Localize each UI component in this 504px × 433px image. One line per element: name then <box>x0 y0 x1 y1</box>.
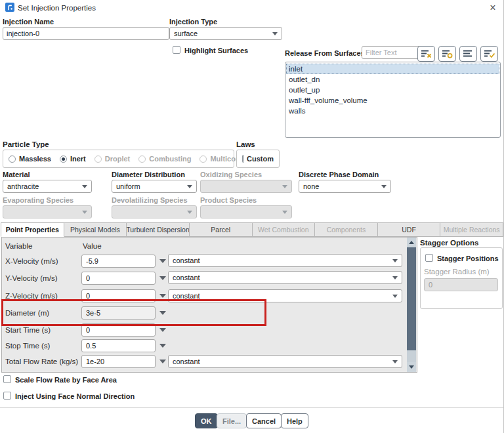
file-button[interactable]: File... <box>217 413 247 428</box>
x-velocity-profile-select[interactable]: constant <box>168 254 402 267</box>
list-item[interactable]: outlet_up <box>286 85 499 95</box>
x-velocity-field[interactable]: -5.9 <box>81 255 156 268</box>
list-item[interactable]: walls <box>286 106 499 116</box>
chevron-down-icon <box>187 211 192 214</box>
select-all-button[interactable] <box>480 46 498 62</box>
custom-laws-checkbox[interactable] <box>242 155 244 163</box>
tab-bar: Point Properties Physical Models Turbule… <box>1 222 503 237</box>
scroll-up-icon <box>409 241 414 244</box>
inject-face-normal-label: Inject Using Face Normal Direction <box>15 392 135 400</box>
tab-parcel[interactable]: Parcel <box>190 222 253 237</box>
scale-flow-rate-checkbox[interactable] <box>3 375 11 383</box>
y-velocity-field[interactable]: 0 <box>81 272 156 285</box>
total-flow-rate-profile-select[interactable]: constant <box>168 355 402 368</box>
y-velocity-profile-select[interactable]: constant <box>168 271 402 284</box>
deselect-all-button[interactable] <box>417 46 435 62</box>
list-item[interactable]: inlet <box>286 64 499 74</box>
z-velocity-dropdown-arrow-icon[interactable] <box>159 294 166 298</box>
scroll-down-button[interactable] <box>407 362 416 372</box>
y-velocity-label: Y-Velocity (m/s) <box>5 274 57 282</box>
list-item[interactable]: wall-fff_volume_volume <box>286 95 499 106</box>
radio-icon <box>94 155 102 163</box>
x-velocity-dropdown-arrow-icon[interactable] <box>159 259 166 263</box>
tab-components: Components <box>315 222 378 237</box>
set-injection-properties-dialog: Set Injection Properties × Injection Nam… <box>0 0 504 433</box>
variable-column-header: Variable <box>5 242 32 250</box>
cancel-button[interactable]: Cancel <box>246 413 282 428</box>
ok-button[interactable]: OK <box>195 413 218 428</box>
help-button[interactable]: Help <box>281 413 308 428</box>
chevron-down-icon <box>187 185 192 188</box>
injection-type-label: Injection Type <box>169 18 217 26</box>
chevron-down-icon <box>282 185 287 188</box>
highlight-surfaces-checkbox[interactable] <box>173 46 180 54</box>
stagger-positions-checkbox[interactable] <box>425 254 433 262</box>
stop-time-dropdown-arrow-icon[interactable] <box>159 344 166 348</box>
start-time-label: Start Time (s) <box>5 326 51 334</box>
chevron-down-icon <box>392 259 398 262</box>
scroll-up-button[interactable] <box>407 237 416 247</box>
total-flow-rate-dropdown-arrow-icon[interactable] <box>159 360 166 363</box>
tab-physical-models[interactable]: Physical Models <box>64 222 127 237</box>
stop-time-field[interactable]: 0.5 <box>81 339 156 352</box>
close-icon[interactable]: × <box>486 1 500 14</box>
tab-wet-combustion: Wet Combustion <box>253 222 316 237</box>
filter-list-icon <box>442 49 453 58</box>
oxidizing-species-label: Oxidizing Species <box>200 171 262 178</box>
value-column-header: Value <box>83 242 102 250</box>
diameter-distribution-select[interactable]: uniform <box>112 180 197 193</box>
release-from-surfaces-label: Release From Surfaces <box>285 49 365 57</box>
material-select[interactable]: anthracite <box>3 180 92 193</box>
tab-multiple-reactions: Multiple Reactions <box>440 222 503 237</box>
radio-icon <box>138 155 146 163</box>
chevron-down-icon <box>381 185 387 188</box>
inject-face-normal-checkbox[interactable] <box>3 392 11 400</box>
start-time-dropdown-arrow-icon[interactable] <box>159 328 166 332</box>
radio-inert[interactable]: Inert <box>60 155 86 163</box>
material-label: Material <box>3 171 30 178</box>
discrete-phase-domain-label: Discrete Phase Domain <box>299 171 379 178</box>
laws-group: Custom <box>236 150 280 168</box>
evaporating-species-label: Evaporating Species <box>3 196 74 204</box>
oxidizing-species-select <box>200 180 292 193</box>
chevron-down-icon <box>282 211 287 214</box>
radio-massless[interactable]: Massless <box>9 155 51 163</box>
radio-droplet: Droplet <box>94 155 131 163</box>
devolatilizing-species-label: Devolatilizing Species <box>112 196 188 204</box>
scrollbar-thumb[interactable] <box>407 247 416 350</box>
discrete-phase-domain-select[interactable]: none <box>299 180 391 193</box>
injection-type-select[interactable]: surface <box>169 27 282 40</box>
tab-point-properties[interactable]: Point Properties <box>1 222 64 237</box>
devolatilizing-species-select <box>112 205 197 218</box>
radio-selected-icon <box>60 155 67 163</box>
chevron-down-icon <box>392 276 398 279</box>
scroll-down-icon <box>409 365 414 369</box>
total-flow-rate-field[interactable]: 1e-20 <box>81 355 156 368</box>
deselect-all-icon <box>421 49 432 58</box>
fluent-app-icon <box>5 3 14 12</box>
radio-combusting: Combusting <box>138 155 191 163</box>
y-velocity-dropdown-arrow-icon[interactable] <box>159 276 166 280</box>
window-title: Set Injection Properties <box>18 4 96 12</box>
laws-label: Laws <box>236 140 255 148</box>
list-order-button[interactable] <box>459 46 477 62</box>
product-species-select <box>200 205 292 218</box>
chevron-down-icon <box>82 185 87 188</box>
tab-udf[interactable]: UDF <box>378 222 441 237</box>
list-lines-icon <box>463 49 474 58</box>
injection-name-input[interactable] <box>3 27 169 40</box>
chevron-down-icon <box>272 32 278 35</box>
stop-time-label: Stop Time (s) <box>5 342 50 350</box>
injection-type-value: surface <box>174 30 198 37</box>
stagger-positions-label: Stagger Positions <box>437 255 499 262</box>
list-item[interactable]: outlet_dn <box>286 74 499 85</box>
chevron-down-icon <box>82 211 87 214</box>
filter-list-button[interactable] <box>438 46 456 62</box>
custom-laws-label: Custom <box>247 155 274 163</box>
footer-divider <box>0 407 504 408</box>
particle-type-label: Particle Type <box>3 140 49 148</box>
radio-icon <box>9 155 16 163</box>
tab-turbulent-dispersion[interactable]: Turbulent Dispersion <box>127 222 190 237</box>
diameter-highlight-box <box>1 299 266 326</box>
select-all-icon <box>484 49 495 58</box>
